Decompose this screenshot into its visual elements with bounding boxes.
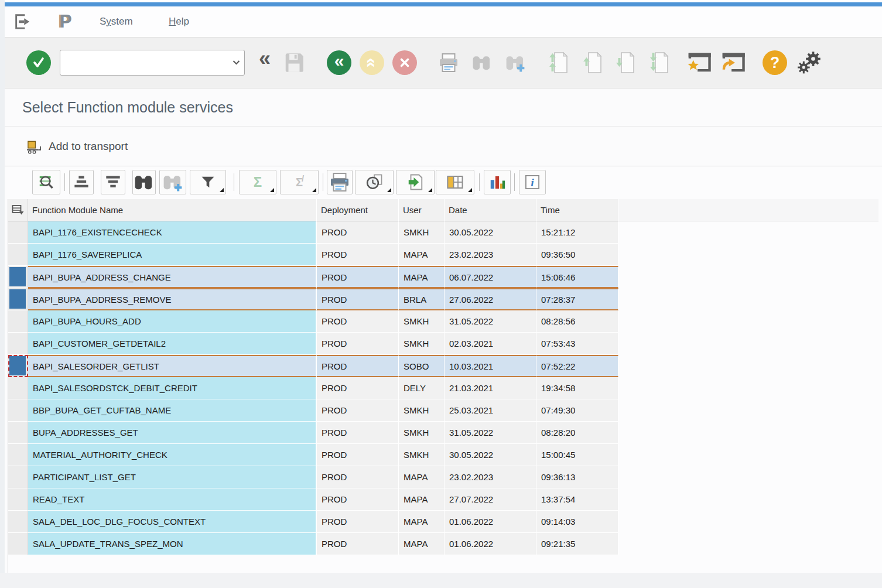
- column-header-date[interactable]: Date: [445, 199, 536, 221]
- cell-name[interactable]: BAPI_BUPA_HOURS_ADD: [28, 310, 317, 333]
- cell-date[interactable]: 30.05.2022: [445, 444, 536, 466]
- back-button[interactable]: «: [326, 50, 352, 75]
- grid-views-button[interactable]: [355, 170, 394, 194]
- column-header-deployment[interactable]: Deployment: [317, 199, 399, 221]
- cell-user[interactable]: SOBO: [399, 355, 445, 377]
- cell-name[interactable]: SALA_DEL_LOC_DLG_FOCUS_CONTEXT: [28, 511, 317, 533]
- print-button[interactable]: [435, 52, 462, 73]
- cell-deployment[interactable]: PROD: [317, 466, 399, 488]
- cell-time[interactable]: 09:36:50: [536, 244, 618, 266]
- menu-item-system[interactable]: System: [100, 6, 133, 37]
- cell-deployment[interactable]: PROD: [317, 333, 399, 355]
- row-selector[interactable]: [8, 310, 28, 333]
- cell-deployment[interactable]: PROD: [317, 399, 399, 422]
- cell-time[interactable]: 07:49:30: [536, 399, 618, 422]
- grid-sort-ascending-button[interactable]: [69, 170, 94, 194]
- cell-time[interactable]: 09:14:03: [536, 511, 618, 533]
- grid-export-button[interactable]: [396, 170, 435, 194]
- cell-time[interactable]: 07:28:37: [536, 288, 618, 310]
- help-button[interactable]: ?: [762, 50, 788, 75]
- cell-date[interactable]: 01.06.2022: [445, 511, 536, 533]
- cell-date[interactable]: 27.06.2022: [445, 288, 536, 310]
- cell-name[interactable]: BAPI_1176_EXISTENCECHECK: [28, 221, 317, 244]
- cell-deployment[interactable]: PROD: [317, 266, 399, 288]
- cell-name[interactable]: MATERIAL_AUTHORITY_CHECK: [28, 444, 317, 466]
- cell-date[interactable]: 21.03.2021: [445, 377, 536, 399]
- row-selector[interactable]: [8, 399, 28, 422]
- row-selector[interactable]: [8, 533, 28, 555]
- cell-deployment[interactable]: PROD: [317, 288, 399, 310]
- cell-user[interactable]: SMKH: [399, 422, 445, 444]
- previous-page-button[interactable]: [580, 51, 607, 74]
- command-field[interactable]: [60, 50, 245, 76]
- cell-deployment[interactable]: PROD: [317, 444, 399, 466]
- chevron-down-icon[interactable]: [233, 60, 240, 65]
- cell-deployment[interactable]: PROD: [317, 533, 399, 555]
- grid-sort-descending-button[interactable]: [101, 170, 125, 194]
- row-selector[interactable]: [8, 377, 28, 399]
- cell-name[interactable]: BAPI_SALESORDSTCK_DEBIT_CREDIT: [28, 377, 317, 399]
- cell-time[interactable]: 15:00:45: [536, 444, 618, 466]
- select-all-button[interactable]: [8, 199, 28, 221]
- row-selector[interactable]: [8, 266, 28, 288]
- row-selector[interactable]: [8, 488, 28, 511]
- cell-deployment[interactable]: PROD: [317, 511, 399, 533]
- row-selector[interactable]: [8, 288, 28, 310]
- grid-print-button[interactable]: [327, 170, 353, 194]
- first-page-button[interactable]: [545, 51, 574, 74]
- column-header-user[interactable]: User: [399, 199, 445, 221]
- cell-user[interactable]: MAPA: [399, 266, 445, 288]
- row-selector[interactable]: [8, 444, 28, 466]
- find-next-button[interactable]: [500, 53, 531, 73]
- cell-user[interactable]: MAPA: [399, 244, 445, 266]
- menu-item-help[interactable]: Help: [169, 6, 189, 37]
- cell-name[interactable]: BBP_BUPA_GET_CUFTAB_NAME: [28, 399, 317, 422]
- cell-date[interactable]: 25.03.2021: [445, 399, 536, 422]
- cell-time[interactable]: 08:28:20: [536, 422, 618, 444]
- cell-user[interactable]: MAPA: [399, 466, 445, 488]
- cell-time[interactable]: 15:21:12: [536, 221, 618, 244]
- grid-total-button[interactable]: Σ: [239, 170, 276, 194]
- grid-set-filter-button[interactable]: [190, 170, 226, 194]
- grid-find-next-button[interactable]: [159, 170, 186, 194]
- cell-date[interactable]: 06.07.2022: [445, 266, 536, 288]
- cell-user[interactable]: SMKH: [399, 333, 445, 355]
- cell-deployment[interactable]: PROD: [317, 422, 399, 444]
- grid-subtotal-button[interactable]: Σ/: [280, 170, 319, 194]
- enter-button[interactable]: [26, 50, 52, 75]
- cell-time[interactable]: 15:06:46: [536, 266, 618, 288]
- cell-deployment[interactable]: PROD: [317, 355, 399, 377]
- cell-user[interactable]: DELY: [399, 377, 445, 399]
- cell-name[interactable]: BAPI_CUSTOMER_GETDETAIL2: [28, 333, 317, 355]
- row-selector[interactable]: [8, 333, 28, 355]
- grid-details-button[interactable]: [32, 170, 60, 194]
- customize-layout-button[interactable]: [794, 50, 825, 75]
- row-selector[interactable]: [8, 466, 28, 488]
- cell-user[interactable]: SMKH: [399, 399, 445, 422]
- cell-user[interactable]: MAPA: [399, 488, 445, 511]
- cell-name[interactable]: BAPI_BUPA_ADDRESS_REMOVE: [28, 288, 317, 310]
- cell-user[interactable]: SMKH: [399, 444, 445, 466]
- cell-date[interactable]: 02.03.2021: [445, 333, 536, 355]
- cell-time[interactable]: 09:36:13: [536, 466, 618, 488]
- cell-time[interactable]: 13:37:54: [536, 488, 618, 511]
- cell-time[interactable]: 07:53:43: [536, 333, 618, 355]
- new-session-button[interactable]: [684, 52, 715, 74]
- cell-date[interactable]: 31.05.2022: [445, 422, 536, 444]
- grid-choose-layout-button[interactable]: [436, 170, 474, 194]
- cell-user[interactable]: SMKH: [399, 310, 445, 333]
- row-selector[interactable]: [8, 244, 28, 266]
- cell-user[interactable]: MAPA: [399, 511, 445, 533]
- grid-find-button[interactable]: >: [132, 170, 156, 194]
- row-selector[interactable]: [8, 422, 28, 444]
- cell-time[interactable]: 08:28:56: [536, 310, 618, 333]
- cell-user[interactable]: SMKH: [399, 221, 445, 244]
- cell-date[interactable]: 01.06.2022: [445, 533, 536, 555]
- cell-deployment[interactable]: PROD: [317, 377, 399, 399]
- cell-user[interactable]: BRLA: [399, 288, 445, 310]
- cell-date[interactable]: 31.05.2022: [445, 310, 536, 333]
- row-selector[interactable]: [8, 221, 28, 244]
- row-selector[interactable]: [8, 355, 28, 377]
- cell-date[interactable]: 10.03.2021: [445, 355, 536, 377]
- cell-date[interactable]: 23.02.2023: [445, 244, 536, 266]
